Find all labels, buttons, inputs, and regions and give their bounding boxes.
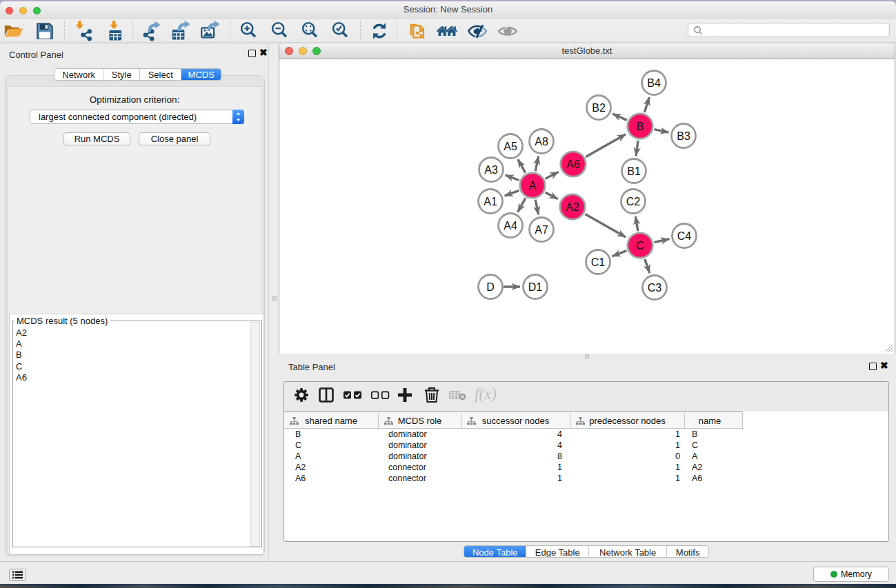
svg-text:C3: C3 [648, 282, 662, 294]
svg-text:B4: B4 [647, 77, 661, 89]
svg-text:A5: A5 [504, 141, 517, 152]
svg-text:C1: C1 [591, 256, 606, 268]
svg-text:B: B [637, 121, 644, 132]
svg-text:A1: A1 [484, 196, 497, 207]
svg-text:A6: A6 [566, 159, 580, 170]
svg-text:f(x): f(x) [475, 385, 497, 403]
svg-text:B2: B2 [592, 102, 606, 114]
svg-text:A7: A7 [535, 224, 548, 236]
svg-text:C4: C4 [677, 230, 692, 242]
svg-text:A2: A2 [566, 201, 579, 213]
svg-text:A3: A3 [484, 164, 498, 176]
svg-text:D1: D1 [528, 281, 543, 293]
svg-text:A: A [529, 180, 537, 192]
svg-text:C: C [636, 240, 644, 252]
svg-text:B3: B3 [677, 130, 690, 142]
svg-text:C2: C2 [626, 196, 641, 207]
svg-text:A8: A8 [535, 136, 548, 148]
svg-text:B1: B1 [627, 165, 641, 177]
svg-text:D: D [486, 281, 495, 293]
svg-text:A4: A4 [504, 220, 517, 232]
